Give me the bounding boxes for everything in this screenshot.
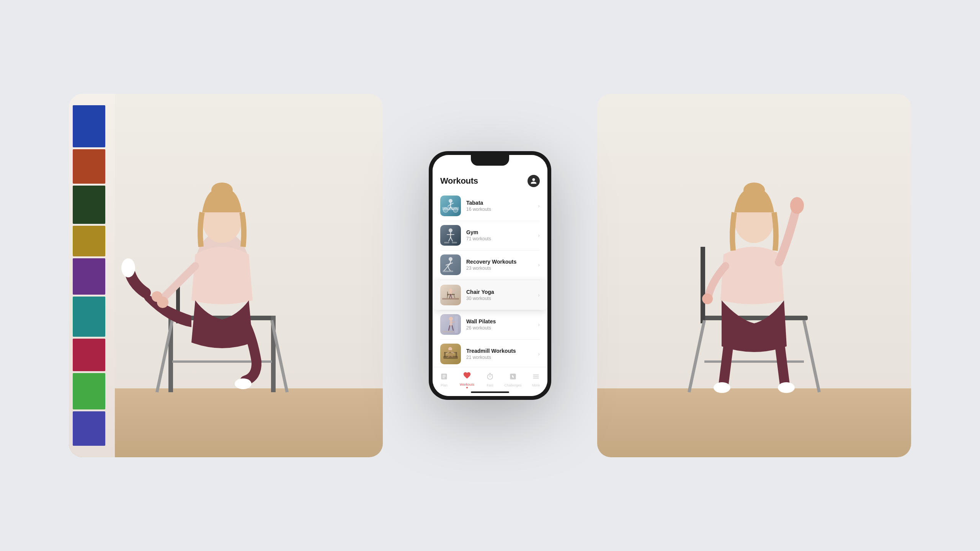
workout-thumb-wall-pilates — [440, 314, 461, 335]
svg-point-13 — [211, 183, 233, 198]
right-photo-panel — [597, 94, 911, 457]
workouts-icon — [463, 371, 471, 381]
workout-item-wall-pilates[interactable]: Wall Pilates 26 workouts › — [434, 310, 546, 339]
svg-rect-53 — [455, 316, 458, 333]
workout-item-recovery[interactable]: Recovery Workouts 23 workouts › — [434, 251, 546, 279]
svg-rect-14 — [701, 316, 808, 320]
nav-item-plan[interactable]: Plan — [434, 373, 454, 387]
left-photo-panel — [69, 94, 383, 457]
workout-info-gym: Gym 71 workouts — [466, 229, 535, 241]
svg-line-50 — [452, 290, 456, 293]
workout-count-gym: 71 workouts — [466, 236, 535, 241]
phone-notch — [471, 155, 509, 166]
svg-point-20 — [778, 382, 795, 393]
svg-point-41 — [449, 257, 452, 261]
svg-point-24 — [743, 183, 765, 198]
workout-count-treadmill: 21 workouts — [466, 355, 535, 360]
nav-label-challenges: Challenges — [504, 383, 521, 387]
nav-item-fast[interactable]: Fast — [480, 373, 500, 387]
svg-point-22 — [702, 293, 713, 304]
chevron-icon-gym: › — [538, 232, 540, 238]
svg-point-21 — [790, 197, 804, 214]
challenges-icon — [509, 373, 517, 382]
workout-list: Tabata 16 workouts › — [433, 192, 547, 367]
nav-label-plan: Plan — [441, 383, 448, 387]
svg-rect-39 — [444, 242, 449, 243]
svg-point-27 — [453, 208, 458, 212]
app-header: Workouts — [433, 172, 547, 192]
chevron-icon-wall-pilates: › — [538, 321, 540, 328]
active-indicator — [466, 387, 468, 388]
svg-line-17 — [804, 320, 819, 392]
svg-rect-62 — [444, 352, 457, 353]
workout-item-tabata[interactable]: Tabata 16 workouts › — [434, 192, 546, 220]
svg-point-28 — [449, 199, 452, 203]
svg-point-19 — [714, 382, 730, 393]
svg-line-55 — [452, 322, 455, 323]
workout-count-wall-pilates: 26 workouts — [466, 325, 535, 331]
main-scene: Workouts — [69, 46, 911, 505]
workout-item-treadmill[interactable]: Treadmill Workouts 21 workouts › — [434, 340, 546, 367]
workout-thumb-recovery — [440, 254, 461, 275]
svg-point-34 — [449, 228, 452, 232]
svg-line-37 — [449, 237, 451, 241]
nav-label-more: More — [532, 383, 540, 387]
workout-name-tabata: Tabata — [466, 200, 535, 206]
workout-count-recovery: 23 workouts — [466, 266, 535, 271]
svg-line-38 — [451, 237, 452, 241]
workout-thumb-tabata — [440, 196, 461, 216]
svg-point-26 — [443, 208, 448, 212]
workout-name-wall-pilates: Wall Pilates — [466, 318, 535, 324]
svg-rect-40 — [452, 242, 457, 243]
chevron-icon-chair-yoga: › — [538, 292, 540, 298]
chevron-icon-recovery: › — [538, 262, 540, 268]
workout-thumb-gym — [440, 225, 461, 246]
svg-line-48 — [454, 295, 455, 298]
woman-figure-right — [597, 94, 911, 457]
svg-rect-44 — [442, 298, 459, 300]
chevron-icon-treadmill: › — [538, 351, 540, 357]
svg-line-56 — [449, 326, 450, 330]
avatar[interactable] — [528, 175, 540, 187]
svg-line-16 — [689, 320, 704, 392]
phone-body: Workouts — [429, 151, 551, 400]
nav-label-fast: Fast — [487, 383, 493, 387]
more-icon — [532, 373, 540, 382]
svg-point-9 — [235, 378, 252, 389]
svg-point-8 — [121, 258, 135, 277]
workout-thumb-treadmill — [440, 344, 461, 364]
home-indicator — [471, 391, 509, 393]
workout-info-chair-yoga: Chair Yoga 30 workouts — [466, 289, 535, 301]
phone-mockup: Workouts — [429, 151, 551, 400]
workout-info-tabata: Tabata 16 workouts — [466, 200, 535, 212]
svg-line-57 — [452, 326, 453, 330]
nav-item-workouts[interactable]: Workouts — [457, 371, 477, 388]
svg-rect-58 — [442, 331, 454, 333]
workout-name-chair-yoga: Chair Yoga — [466, 289, 535, 295]
chevron-icon-tabata: › — [538, 203, 540, 209]
svg-rect-15 — [701, 247, 705, 323]
svg-point-49 — [449, 289, 452, 292]
workout-count-tabata: 16 workouts — [466, 207, 535, 212]
workout-name-treadmill: Treadmill Workouts — [466, 348, 535, 354]
svg-point-11 — [152, 291, 162, 302]
workout-info-wall-pilates: Wall Pilates 26 workouts — [466, 318, 535, 331]
workout-name-recovery: Recovery Workouts — [466, 259, 535, 265]
svg-rect-43 — [443, 271, 453, 272]
workout-item-gym[interactable]: Gym 71 workouts › — [434, 221, 546, 249]
fast-icon — [486, 373, 494, 382]
workout-name-gym: Gym — [466, 229, 535, 235]
nav-item-challenges[interactable]: Challenges — [503, 373, 523, 387]
workout-thumb-chair-yoga — [440, 285, 461, 305]
workout-info-treadmill: Treadmill Workouts 21 workouts — [466, 348, 535, 360]
workout-info-recovery: Recovery Workouts 23 workouts — [466, 259, 535, 271]
nav-item-more[interactable]: More — [526, 373, 546, 387]
nav-label-workouts: Workouts — [460, 383, 474, 386]
workout-item-chair-yoga[interactable]: Chair Yoga 30 workouts › — [433, 280, 547, 310]
woman-figure-left — [69, 94, 383, 457]
page-title: Workouts — [440, 176, 478, 186]
plan-icon — [440, 373, 448, 382]
svg-point-54 — [449, 317, 453, 321]
workout-count-chair-yoga: 30 workouts — [466, 296, 535, 301]
phone-screen: Workouts — [433, 155, 547, 396]
